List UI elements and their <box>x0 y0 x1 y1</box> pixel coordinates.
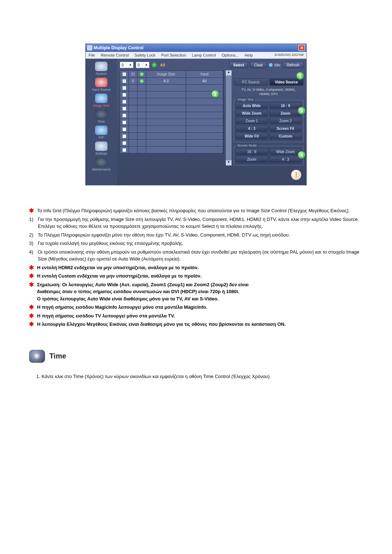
menu-safety[interactable]: Safety Lock <box>132 52 158 58</box>
callout-2: 2 <box>211 90 219 98</box>
time-step-1: 1. Κάντε κλικ στο Time (Χρόνος) των κύρι… <box>36 374 363 379</box>
sidebar: System Input Source Image Size Time PIP … <box>86 59 117 185</box>
time-section: Time 1. Κάντε κλικ στο Time (Χρόνος) των… <box>29 350 363 379</box>
note-magicinfo: Η πηγή σήματος εισόδου MagicInfo λειτουρ… <box>37 304 207 311</box>
clear-button[interactable]: Clear <box>250 62 267 68</box>
scroll-down-icon[interactable]: ▼ <box>226 160 232 165</box>
row-size: 4:3 <box>146 78 186 84</box>
table-row <box>120 105 224 112</box>
time-title: Time <box>49 352 66 360</box>
note-4b: διαθέσιμες όταν ο τύπος σήματος εισόδου … <box>37 288 249 295</box>
menu-help[interactable]: Help <box>242 52 256 58</box>
note-3: Για τυχαία εναλλαγή του μεγέθους εικόνας… <box>38 240 184 247</box>
note-1a: Για την προσαρμογή της ρύθμισης Image Si… <box>38 216 359 223</box>
menu-lamp[interactable]: Lamp Control <box>189 52 219 58</box>
list-number: 3) <box>29 240 36 247</box>
wide-zoom-button[interactable]: Wide Zoom <box>236 110 268 116</box>
table-row <box>120 126 224 133</box>
app-icon <box>87 45 92 50</box>
menu-file[interactable]: File <box>86 52 98 58</box>
list-number: 4) <box>29 249 36 263</box>
star-icon: ✱ <box>29 304 35 311</box>
chevron-down-icon: ▼ <box>145 63 148 67</box>
idle-label: Idle <box>274 63 281 67</box>
table-row <box>120 112 224 119</box>
row-check-icon[interactable] <box>122 79 126 83</box>
sm-4-3-button[interactable]: 4 : 3 <box>269 156 302 163</box>
col-check[interactable] <box>120 71 129 77</box>
row-check-icon[interactable] <box>122 100 126 104</box>
col-status <box>138 71 146 77</box>
close-icon[interactable]: ✕ <box>298 45 305 51</box>
table-row <box>120 91 224 98</box>
note-4: Οι τρόποι απεικόνισης στην οθόνη μπορούν… <box>38 249 363 263</box>
menu-port[interactable]: Port Selection <box>158 52 189 58</box>
zoom1-button[interactable]: Zoom 1 <box>236 118 268 124</box>
star-icon: ✱ <box>29 272 35 280</box>
row-check-icon[interactable] <box>122 114 126 118</box>
sm-16-9-button[interactable]: 16 : 9 <box>236 148 268 155</box>
scroll-up-icon[interactable]: ▲ <box>226 70 232 75</box>
table-row <box>120 147 224 153</box>
menubar: File Remote Control Safety Lock Port Sel… <box>86 52 306 59</box>
time-icon <box>95 110 107 119</box>
status-icon <box>152 62 157 67</box>
16-9-button[interactable]: 16 : 9 <box>269 102 302 109</box>
row-check-icon[interactable] <box>122 134 126 138</box>
sidebar-item-input-source[interactable]: Input Source <box>86 78 117 91</box>
scrollbar[interactable]: ▲ ▼ <box>226 70 232 165</box>
wide-fit-button[interactable]: Wide Fit <box>236 133 268 139</box>
table-row[interactable]: 0 4:3 AV <box>120 78 224 85</box>
settings-icon <box>95 141 107 151</box>
star-icon: ✱ <box>29 312 35 320</box>
sidebar-item-pip[interactable]: PIP <box>86 126 117 139</box>
note-4a: Σημείωση: Οι λειτουργίες Auto Wide (Αυτ.… <box>37 281 249 288</box>
star-icon: ✱ <box>29 264 35 271</box>
row-check-icon[interactable] <box>122 148 126 152</box>
chevron-down-icon: ▼ <box>129 63 132 67</box>
sidebar-item-settings[interactable]: Settings <box>86 141 117 155</box>
table-row <box>120 133 224 140</box>
table-row <box>120 98 224 105</box>
sm-wide-zoom-button[interactable]: Wide Zoom <box>269 148 302 155</box>
check-all-icon[interactable] <box>122 72 126 76</box>
sidebar-item-image-size[interactable]: Image Size <box>86 94 117 107</box>
4-3-button[interactable]: 4 : 3 <box>236 125 268 132</box>
dropdown-1[interactable]: 0▼ <box>120 62 134 68</box>
maintenance-icon <box>95 157 107 167</box>
refresh-button[interactable]: Refresh <box>283 62 303 68</box>
col-id: ID <box>129 71 138 77</box>
note-4c: Ο τρόπος λειτουργίας Auto Wide είναι δια… <box>37 295 249 303</box>
sidebar-item-maintenance[interactable]: Maintenance <box>86 157 117 171</box>
zoom-button[interactable]: Zoom <box>269 110 302 116</box>
dropdown-2[interactable]: 0▼ <box>136 62 150 68</box>
callout-4: 4 <box>298 151 306 159</box>
auto-wide-button[interactable]: Auto Wide <box>236 102 268 109</box>
time-section-icon <box>29 350 45 363</box>
sidebar-item-system[interactable]: System <box>86 62 117 75</box>
list-number: 2) <box>29 231 36 239</box>
custom-button[interactable]: Custom <box>269 133 302 139</box>
idle-dot-icon <box>269 63 273 67</box>
select-button[interactable]: Select <box>229 62 248 68</box>
tab-pc-source[interactable]: PC Source <box>234 78 268 86</box>
row-check-icon[interactable] <box>122 141 126 145</box>
row-check-icon[interactable] <box>122 120 126 124</box>
app-window: Multiple Display Control ✕ File Remote C… <box>85 44 307 185</box>
sidebar-item-time[interactable]: Time <box>86 110 117 123</box>
menu-options[interactable]: Options... <box>219 52 242 58</box>
row-status-icon <box>140 79 144 83</box>
menu-remote[interactable]: Remote Control <box>98 52 132 58</box>
zoom2-button[interactable]: Zoom 2 <box>269 118 302 124</box>
screen-fit-button[interactable]: Screen Fit <box>269 125 302 132</box>
warning-icon: ! <box>291 170 301 180</box>
sm-zoom-button[interactable]: Zoom <box>236 156 268 163</box>
list-number: 1) <box>29 216 36 230</box>
row-check-icon[interactable] <box>122 93 126 97</box>
dropdown-2-value: 0 <box>138 63 140 67</box>
row-check-icon[interactable] <box>122 127 126 131</box>
note-info-grid: Το Info Grid (Πλέγμα Πληροφοριών) εμφανί… <box>37 207 350 214</box>
row-check-icon[interactable] <box>122 86 126 90</box>
row-check-icon[interactable] <box>122 107 126 111</box>
right-panel: PC Source Video Source TV, AV, S-Video, … <box>234 70 303 165</box>
